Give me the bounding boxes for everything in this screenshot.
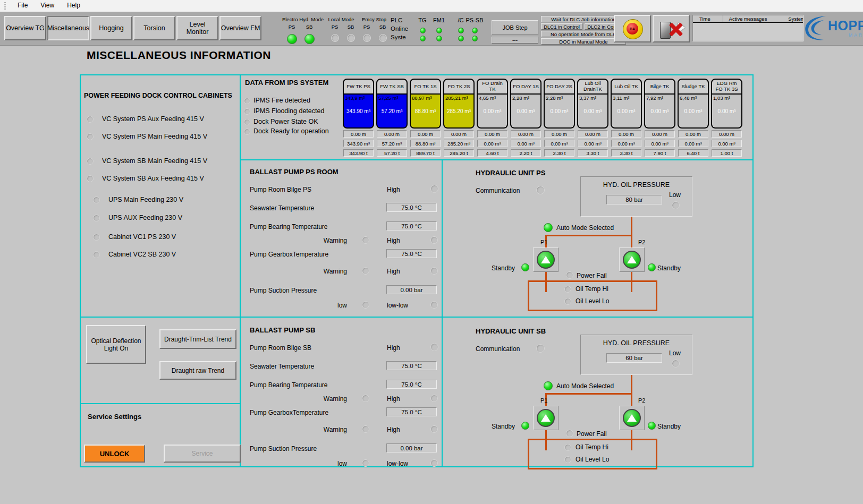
tank-volume-field: 0.00 m³ (544, 140, 574, 147)
unlock-button[interactable]: UNLOCK (84, 445, 145, 463)
tank-capacity: 3,11 m³ (613, 95, 630, 101)
local-mode-sb-led (347, 34, 355, 42)
tank-name: Bilge TK (644, 79, 675, 95)
tank-capacity: 6,48 m³ (680, 95, 697, 101)
hyd-low-label: Low (669, 191, 681, 199)
plc-label-line: Online (391, 25, 408, 32)
tank-volume: 0.00 m³ (645, 108, 674, 114)
tank-level-field: 0.00 m (511, 130, 541, 138)
pump-triangle-icon (541, 414, 551, 422)
menu-help[interactable]: Help (62, 0, 85, 11)
service-button[interactable]: Service (164, 445, 241, 463)
tank-volume: 57.20 m³ (377, 108, 407, 114)
tank-capacity: 2,28 m³ (512, 95, 529, 101)
electro-hyd-mode-ps-led (287, 34, 297, 44)
auto-mode-label: Auto Mode Selected (556, 224, 614, 232)
tank-weight-field: 7.90 t (645, 149, 675, 157)
hydraulic-unit-sb-section: HYDRAULIC UNIT SBCommunicationHYD. OIL P… (443, 319, 752, 466)
ballast-row-label: Pump Room Bilge PS (250, 186, 311, 193)
ballast-alarm-led (430, 343, 438, 351)
mode-col-label: PS (360, 24, 373, 30)
ballast-warning-label: Warning (304, 395, 347, 403)
unlock-label: UNLOCK (100, 450, 130, 458)
ballast-alarm-label: High (387, 344, 400, 352)
job-step-value-text: --- (512, 37, 518, 43)
tank-level-field: 0.00 m (544, 130, 574, 138)
optical-deflection-button[interactable]: Optical Deflection Light On (86, 325, 146, 364)
draught-raw-trend-button[interactable]: Draught raw Trend (159, 361, 236, 380)
tank-capacity: 1,03 m³ (713, 95, 730, 101)
tank-body: 3,37 m³0.00 m³ (577, 95, 608, 129)
standby-led-p2 (648, 263, 656, 271)
tank-name: FW TK SB (376, 79, 408, 95)
tab-level-monitor[interactable]: Level Monitor (176, 16, 218, 40)
pump-p2-label: P2 (638, 397, 645, 404)
ips-item-label: IPMS Fire detected (253, 97, 310, 104)
tab-hogging[interactable]: Hogging (90, 16, 132, 40)
ballast-value-field: 75.0 °C (386, 361, 437, 370)
ballast-row-label: Seawater Temperature (250, 204, 314, 212)
emergency-stop-mushroom-icon: BA (627, 23, 638, 35)
oil-temp-hi-led (564, 286, 571, 293)
tank-level-field: 0.00 m (343, 130, 374, 138)
draught-raw-trend-label: Draught raw Trend (172, 367, 224, 374)
standby-label: Standby (657, 264, 681, 272)
tank-body: 6,48 m³0.00 m³ (678, 95, 709, 129)
tank-capacity: 2,28 m³ (546, 95, 563, 101)
draught-trim-list-trend-button[interactable]: Draught-Trim-List Trend (159, 329, 236, 349)
job-step-box: JOB Step (492, 20, 538, 35)
tab-miscellaneous[interactable]: Miscellaneous (47, 16, 89, 40)
hoppe-marine-logo: HOPPE MARINE (802, 13, 862, 45)
plc-led-tg (420, 28, 426, 33)
hydraulic-pipe (631, 217, 632, 236)
tank-weight-field: 57.20 t (377, 149, 407, 157)
pump-p1-label: P1 (540, 397, 547, 404)
ballast-row-label: Pump Bearing Temperature (250, 223, 328, 230)
dlc-wait-text: Wait for DLC Job information (551, 16, 616, 22)
tank-level-field: 0.00 m (410, 130, 441, 138)
ballast-warning-label: Warning (304, 237, 347, 244)
tank-volume-field: 88.80 m³ (410, 140, 441, 147)
hyd-communication-label: Communication (476, 187, 520, 194)
ips-item-label: IPMS Flooding detected (253, 107, 324, 115)
auto-mode-label: Auto Mode Selected (556, 382, 614, 390)
tab-torsion[interactable]: Torsion (133, 16, 175, 40)
tank-fo-tk-2s: FO TK 2S285,21 m³285.20 m³0.00 m285.20 m… (443, 76, 475, 159)
ballast-row-label: Seawater Temperature (250, 363, 314, 370)
menu-file[interactable]: File (13, 0, 32, 11)
pump-circle-icon (623, 251, 641, 269)
hydraulic-pipe (631, 375, 632, 394)
hyd-low-label: Low (669, 349, 681, 357)
tank-name: FO Drain TK (477, 79, 508, 95)
menu-view[interactable]: View (36, 0, 59, 11)
tank-weight-field: 889.70 t (410, 149, 441, 157)
plc-led-c (458, 36, 464, 41)
power-fail-label: Power Fail (577, 272, 607, 279)
power-feeding-item-label: Cabinet VC1 PS 230 V (108, 233, 176, 241)
ballast-warning-led (362, 395, 369, 402)
tank-body: 285,21 m³285.20 m³ (443, 95, 475, 129)
ballast-row-label: Pump Suction Pressure (250, 287, 317, 294)
tank-body: 343,9 m³343.90 m³ (343, 95, 374, 129)
tank-volume-field: 0.00 m³ (611, 140, 641, 147)
ballast-alarm-led (430, 425, 438, 433)
tank-weight-field: 3.30 t (578, 149, 608, 157)
trend-panel: Optical Deflection Light On Draught-Trim… (80, 318, 240, 403)
tab-overview-tg[interactable]: Overview TG (4, 16, 46, 40)
exit-application-button[interactable] (654, 16, 691, 44)
tank-fo-day-1s: FO DAY 1S2,28 m³0.00 m³0.00 m0.00 m³2.20… (510, 76, 542, 159)
standby-label: Standby (492, 423, 515, 430)
mode-group-title: Emcy Stop (358, 16, 390, 22)
emergency-stop-button[interactable]: BA (623, 19, 643, 39)
toolbar-grip-handle[interactable] (4, 2, 6, 10)
ballast-row-label: Pump GearboxTemperature (250, 251, 328, 258)
ballast-warning-led (362, 236, 369, 244)
ballast-warning-led (362, 425, 369, 433)
tank-weight-field: 343.90 t (343, 149, 374, 157)
tab-overview-fm[interactable]: Overview FM (219, 16, 261, 40)
ballast-value-field: 75.0 °C (386, 380, 437, 389)
ballast-alarm-led (430, 185, 438, 193)
alarm-col-system: System (788, 16, 803, 22)
tank-capacity: 343,9 m³ (345, 95, 365, 101)
mode-group-title: Electro Hyd. Mode (278, 16, 327, 22)
